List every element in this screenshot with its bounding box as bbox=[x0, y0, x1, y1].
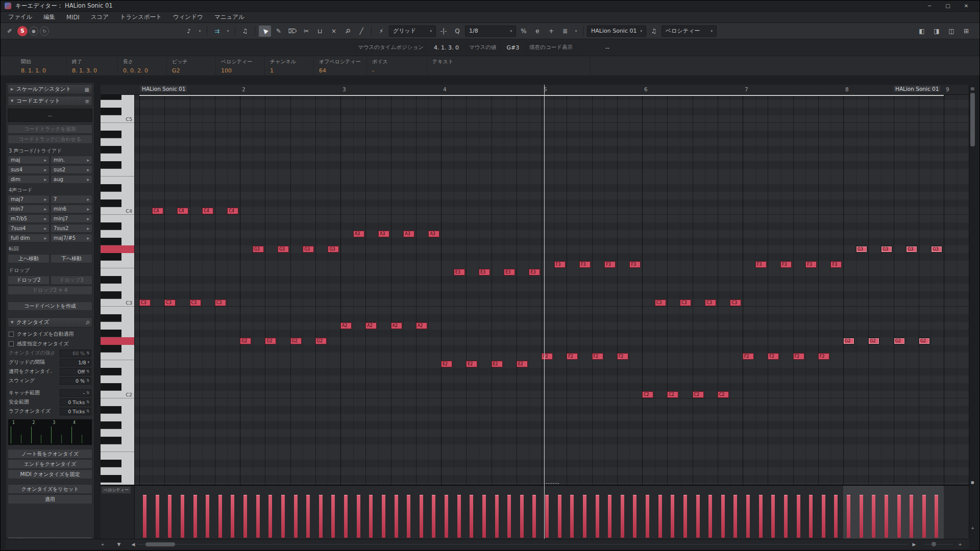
velocity-bar[interactable] bbox=[281, 495, 285, 538]
black-key[interactable] bbox=[101, 222, 121, 230]
midi-note-f3-m5[interactable]: F3 bbox=[629, 261, 641, 268]
project-cursor[interactable] bbox=[544, 85, 545, 539]
quantize-magnet-icon[interactable]: Q bbox=[451, 26, 463, 37]
midi-note-g3-m8[interactable]: G3 bbox=[906, 246, 917, 253]
record-in-editor-button[interactable]: ● bbox=[29, 27, 38, 36]
crosshair-cursor-button[interactable]: + bbox=[545, 26, 557, 37]
piano-keyboard[interactable]: C5C4C3C2C1 bbox=[101, 95, 135, 485]
velocity-bar[interactable] bbox=[583, 495, 586, 538]
section-chord-edit[interactable]: ▼ コードエディット ≣ bbox=[8, 96, 92, 106]
move-up-button[interactable]: 上へ移動 bbox=[8, 254, 50, 263]
velocity-bar[interactable] bbox=[395, 495, 398, 538]
chord-button-sus2[interactable]: sus2▶ bbox=[51, 165, 92, 174]
black-key[interactable] bbox=[101, 131, 121, 138]
play-triangle-icon[interactable]: ▶ bbox=[87, 168, 89, 171]
black-key[interactable] bbox=[101, 276, 121, 284]
midi-note-e2-m4[interactable]: E2 bbox=[466, 361, 477, 367]
velocity-bar[interactable] bbox=[658, 495, 662, 538]
black-key[interactable] bbox=[101, 383, 121, 391]
spinner-icon[interactable]: ⇅ bbox=[86, 369, 89, 373]
play-triangle-icon[interactable]: ▶ bbox=[44, 236, 46, 240]
midi-note-c3-m1[interactable]: C3 bbox=[215, 299, 226, 306]
drop3-button[interactable]: ドロップ3 bbox=[51, 276, 92, 285]
menu-item-[interactable]: 編集 bbox=[38, 12, 61, 22]
feedback-button[interactable]: ♪ bbox=[183, 26, 195, 37]
midi-note-g3-m2[interactable]: G3 bbox=[278, 246, 289, 253]
velocity-bar[interactable] bbox=[268, 495, 272, 538]
chord-button-7sus4[interactable]: 7sus4▶ bbox=[8, 224, 50, 233]
midi-note-g3-m2[interactable]: G3 bbox=[253, 246, 264, 253]
glue-tool[interactable]: ⊔ bbox=[314, 26, 326, 37]
velocity-bar[interactable] bbox=[181, 495, 184, 538]
velocity-bar[interactable] bbox=[646, 495, 649, 538]
midi-note-a3-m3[interactable]: A3 bbox=[353, 231, 364, 237]
play-triangle-icon[interactable]: ▶ bbox=[44, 158, 46, 162]
pin-editor-button[interactable]: ✐ bbox=[4, 26, 16, 37]
highlighted-key-g2[interactable] bbox=[101, 337, 134, 345]
midi-note-f2-m5[interactable]: F2 bbox=[592, 353, 603, 360]
iterative-quantize-button[interactable]: e bbox=[531, 26, 544, 37]
velocity-bar[interactable] bbox=[331, 495, 335, 538]
solo-editor-button[interactable]: S bbox=[17, 26, 28, 36]
velocity-bar[interactable] bbox=[847, 495, 850, 538]
play-triangle-icon[interactable]: ▶ bbox=[87, 217, 89, 220]
velocity-bar[interactable] bbox=[218, 495, 222, 538]
left-zone-toggle[interactable]: ◧ bbox=[916, 26, 928, 37]
midi-note-f3-m7[interactable]: F3 bbox=[805, 261, 817, 268]
black-key[interactable] bbox=[101, 95, 121, 100]
chevron-down-icon[interactable]: ▾ bbox=[87, 360, 89, 364]
chord-button-7[interactable]: 7▶ bbox=[51, 195, 92, 204]
chord-button-minj7[interactable]: minj7▶ bbox=[51, 214, 92, 223]
midi-note-a2-m3[interactable]: A2 bbox=[365, 322, 377, 329]
event-colors-select[interactable]: ベロシティー▾ bbox=[662, 26, 717, 37]
midi-note-f3-m5[interactable]: F3 bbox=[554, 261, 566, 268]
midi-note-g3-m8[interactable]: G3 bbox=[931, 246, 942, 253]
horizontal-scrollbar-thumb[interactable] bbox=[145, 542, 175, 546]
timeline-ruler[interactable]: 23456789HALion Sonic 01HALion Sonic 01 bbox=[135, 85, 969, 95]
lane-presets-button[interactable]: ▼ bbox=[115, 540, 123, 548]
horizontal-scrollbar-track[interactable] bbox=[137, 544, 908, 545]
line-tool[interactable]: ╱ bbox=[355, 26, 368, 37]
midi-note-f2-m5[interactable]: F2 bbox=[542, 353, 553, 360]
midi-note-f3-m7[interactable]: F3 bbox=[780, 261, 792, 268]
velocity-bar[interactable] bbox=[319, 495, 323, 538]
midi-note-c3-m6[interactable]: C3 bbox=[705, 299, 716, 306]
midi-note-c3-m6[interactable]: C3 bbox=[680, 299, 691, 306]
velocity-bar[interactable] bbox=[545, 495, 549, 538]
velocity-bar[interactable] bbox=[507, 495, 511, 538]
midi-note-g2-m8[interactable]: G2 bbox=[868, 338, 879, 344]
menu-item-[interactable]: トランスポート bbox=[114, 12, 167, 22]
velocity-bar[interactable] bbox=[470, 495, 473, 538]
spinner-icon[interactable]: ⇅ bbox=[86, 379, 89, 383]
velocity-bar[interactable] bbox=[759, 495, 763, 538]
play-triangle-icon[interactable]: ▶ bbox=[44, 168, 46, 171]
velocity-bar[interactable] bbox=[885, 495, 888, 538]
black-key[interactable] bbox=[101, 108, 121, 115]
velocity-bar[interactable] bbox=[193, 495, 197, 538]
erase-tool[interactable]: ⌦ bbox=[286, 26, 299, 37]
info-field-value[interactable] bbox=[432, 67, 585, 74]
midi-note-c3-m1[interactable]: C3 bbox=[190, 299, 201, 306]
midi-note-c2-m6[interactable]: C2 bbox=[642, 391, 653, 398]
midi-note-a2-m3[interactable]: A2 bbox=[340, 322, 352, 329]
feedback-dropdown[interactable]: ▾ bbox=[197, 26, 203, 37]
velocity-bar[interactable] bbox=[344, 495, 348, 538]
chord-button-maj7-5[interactable]: maj7/#5▶ bbox=[51, 234, 92, 242]
midi-note-g3-m8[interactable]: G3 bbox=[856, 246, 867, 253]
note-grid[interactable]: C3C4C3C4C3C4C3C4G2G3G2G3G2G3G2G3A2A3A2A3… bbox=[135, 95, 969, 485]
quantize-row-value[interactable]: 0 Ticks⇅ bbox=[60, 408, 91, 415]
menu-item-[interactable]: スコア bbox=[85, 12, 114, 22]
black-key[interactable] bbox=[101, 421, 121, 429]
midi-note-c4-m1[interactable]: C4 bbox=[202, 208, 213, 214]
play-triangle-icon[interactable]: ▶ bbox=[87, 158, 89, 162]
black-key[interactable] bbox=[101, 146, 121, 154]
midi-note-c4-m1[interactable]: C4 bbox=[152, 208, 163, 214]
quantize-row-value[interactable]: 0 %⇅ bbox=[60, 377, 91, 385]
chord-button-7sus2[interactable]: 7sus2▶ bbox=[51, 224, 92, 233]
velocity-bar[interactable] bbox=[256, 495, 260, 538]
info-field-value[interactable]: G2 bbox=[172, 67, 210, 74]
chord-button-m7-b5[interactable]: m7/b5▶ bbox=[8, 214, 50, 223]
midi-note-f2-m7[interactable]: F2 bbox=[768, 353, 779, 360]
velocity-bar[interactable] bbox=[382, 495, 385, 538]
black-key[interactable] bbox=[101, 368, 121, 375]
